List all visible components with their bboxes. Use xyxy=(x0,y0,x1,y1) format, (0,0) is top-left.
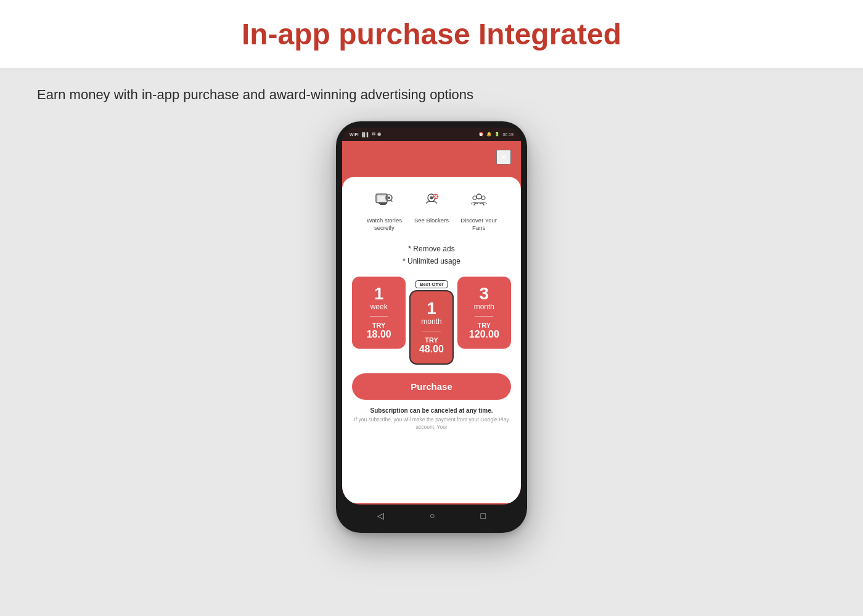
month-number: 1 xyxy=(415,300,447,317)
three-month-divider xyxy=(475,316,493,317)
back-nav-icon[interactable]: ◁ xyxy=(377,511,384,521)
benefits-section: * Remove ads * Unlimited usage xyxy=(352,245,511,265)
phone-wrapper: WiFi ▐▌▌ ✉ ◉ ⏰ 🔔 🔋 00:19 × xyxy=(0,121,863,533)
header-banner: In-app purchase Integrated xyxy=(0,0,863,68)
features-row: Watch stories secretly xyxy=(352,192,511,232)
three-month-number: 3 xyxy=(462,285,506,302)
signal-icon: ▐▌▌ xyxy=(361,132,370,137)
month-price: 48.00 xyxy=(415,344,447,355)
svg-point-13 xyxy=(473,196,476,200)
see-blockers-icon xyxy=(422,192,441,212)
month-currency: TRY xyxy=(415,336,447,344)
plan-three-month[interactable]: 3 month TRY 120.00 xyxy=(457,277,511,349)
alarm-icon: ⏰ xyxy=(478,132,484,137)
week-period: week xyxy=(357,302,401,311)
recents-nav-icon[interactable]: □ xyxy=(481,511,486,521)
close-button[interactable]: × xyxy=(496,150,511,164)
plan-month[interactable]: Best Offer 1 month TRY 48.00 xyxy=(409,290,453,365)
watch-stories-icon xyxy=(375,192,393,212)
week-currency: TRY xyxy=(357,322,401,329)
svg-rect-2 xyxy=(378,203,387,204)
benefit-unlimited: * Unlimited usage xyxy=(352,257,511,265)
subtitle: Earn money with in-app purchase and awar… xyxy=(0,87,863,103)
month-period: month xyxy=(415,317,447,326)
phone-mockup: WiFi ▐▌▌ ✉ ◉ ⏰ 🔔 🔋 00:19 × xyxy=(336,121,527,533)
week-price: 18.00 xyxy=(357,329,401,340)
screen-top: × xyxy=(342,141,521,177)
week-divider xyxy=(370,316,388,317)
feature-see-blockers: See Blockers xyxy=(414,192,449,224)
card-content: Watch stories secretly xyxy=(342,177,521,503)
three-month-price: 120.00 xyxy=(462,329,506,340)
plan-month-wrapper: Best Offer 1 month TRY 48.00 xyxy=(409,277,453,365)
time-display: 00:19 xyxy=(502,132,513,137)
purchase-button[interactable]: Purchase xyxy=(352,373,511,400)
three-month-period: month xyxy=(462,302,506,311)
week-number: 1 xyxy=(357,285,401,302)
best-offer-badge: Best Offer xyxy=(415,280,448,288)
plan-week[interactable]: 1 week TRY 18.00 xyxy=(352,277,406,349)
sound-icon: 🔔 xyxy=(486,132,492,137)
page-title: In-app purchase Integrated xyxy=(12,17,851,51)
phone-screen: × xyxy=(342,141,521,505)
discover-fans-label: Discover Your Fans xyxy=(454,217,504,232)
svg-point-8 xyxy=(430,197,433,200)
battery-icon: 🔋 xyxy=(494,132,500,137)
svg-rect-3 xyxy=(380,204,386,205)
svg-point-5 xyxy=(388,197,390,199)
status-bar-right: ⏰ 🔔 🔋 00:19 xyxy=(478,132,513,137)
svg-rect-1 xyxy=(377,195,386,201)
see-blockers-label: See Blockers xyxy=(414,217,449,224)
home-nav-icon[interactable]: ○ xyxy=(430,511,435,521)
phone-nav-bar: ◁ ○ □ xyxy=(342,505,521,527)
wifi-icon: WiFi xyxy=(350,132,359,137)
gps-icon: ◉ xyxy=(377,132,381,137)
discover-fans-icon xyxy=(470,192,488,212)
subscription-detail-text: If you subscribe, you will make the paym… xyxy=(352,416,511,431)
feature-watch-stories: Watch stories secretly xyxy=(359,192,409,232)
subscription-info: Subscription can be canceled at any time… xyxy=(352,407,511,431)
three-month-currency: TRY xyxy=(462,322,506,329)
mail-icon: ✉ xyxy=(372,132,375,137)
benefit-remove-ads: * Remove ads xyxy=(352,245,511,253)
month-divider xyxy=(422,331,441,331)
status-bar: WiFi ▐▌▌ ✉ ◉ ⏰ 🔔 🔋 00:19 xyxy=(342,128,521,141)
svg-line-6 xyxy=(391,200,393,202)
subscription-cancel-text: Subscription can be canceled at any time… xyxy=(352,407,511,414)
svg-point-14 xyxy=(481,196,485,200)
watch-stories-label: Watch stories secretly xyxy=(359,217,409,232)
svg-point-12 xyxy=(476,194,481,199)
status-bar-left: WiFi ▐▌▌ ✉ ◉ xyxy=(350,132,381,137)
pricing-row: 1 week TRY 18.00 Best Offer 1 month xyxy=(352,277,511,365)
feature-discover-fans: Discover Your Fans xyxy=(454,192,504,232)
